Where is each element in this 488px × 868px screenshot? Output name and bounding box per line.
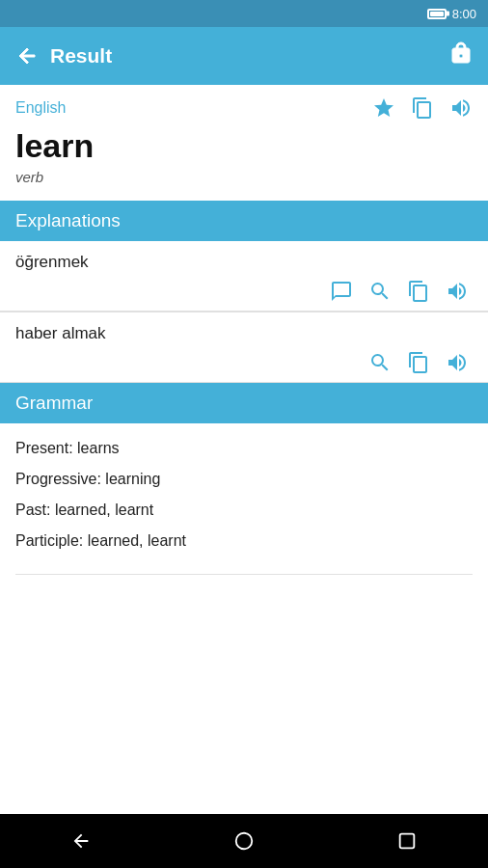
sound-button-2[interactable] (446, 351, 469, 374)
explanation-icons-1 (15, 280, 473, 303)
explanation-icons-2 (15, 351, 473, 374)
page-title: Result (50, 44, 449, 68)
svg-rect-1 (399, 834, 414, 849)
search-button-1[interactable] (368, 280, 392, 303)
back-button[interactable] (15, 44, 39, 68)
search-button-2[interactable] (368, 351, 392, 374)
comment-button-1[interactable] (330, 280, 353, 303)
word-part-of-speech: verb (15, 169, 473, 185)
nav-bar (0, 814, 488, 868)
word-meta-row: English (15, 96, 473, 120)
search-icon-2 (368, 351, 392, 374)
word-action-icons (372, 96, 473, 120)
lock-button[interactable] (449, 41, 473, 70)
status-time: 8:00 (452, 7, 476, 21)
nav-recent-button[interactable] (396, 830, 418, 852)
copy-icon (411, 96, 434, 120)
star-icon (372, 96, 395, 120)
grammar-participle: Participle: learned, learnt (15, 529, 473, 553)
copy-button-2[interactable] (407, 351, 430, 374)
comment-icon (330, 280, 353, 303)
svg-point-0 (236, 833, 253, 850)
back-arrow-icon (15, 44, 39, 68)
copy-icon-1 (407, 280, 430, 303)
status-bar-right: 8:00 (427, 7, 476, 21)
word-text: learn (15, 127, 473, 165)
grammar-past: Past: learned, learnt (15, 499, 473, 522)
copy-button[interactable] (411, 96, 434, 120)
explanation-item-2: haber almak (0, 312, 488, 383)
nav-back-icon (70, 830, 92, 852)
app-bar: Result (0, 27, 488, 85)
copy-icon-2 (407, 351, 430, 374)
copy-button-1[interactable] (407, 280, 430, 303)
explanation-text-2: haber almak (15, 324, 473, 343)
sound-icon (449, 96, 473, 120)
explanation-item-1: öğrenmek (0, 241, 488, 312)
nav-recent-icon (396, 830, 418, 852)
sound-icon-1 (446, 280, 469, 303)
nav-home-icon (233, 830, 255, 852)
grammar-section: Present: learns Progressive: learning Pa… (0, 423, 488, 574)
main-content: English (0, 85, 488, 814)
status-bar: 8:00 (0, 0, 488, 27)
nav-home-button[interactable] (233, 830, 255, 852)
grammar-present: Present: learns (15, 437, 473, 460)
word-section: English (0, 85, 488, 201)
sound-icon-2 (446, 351, 469, 374)
sound-button[interactable] (449, 96, 473, 120)
grammar-progressive: Progressive: learning (15, 468, 473, 491)
explanations-header: Explanations (0, 201, 488, 241)
lock-icon (449, 41, 473, 65)
search-icon-1 (368, 280, 392, 303)
sound-button-1[interactable] (446, 280, 469, 303)
favorite-button[interactable] (372, 96, 395, 120)
grammar-header: Grammar (0, 383, 488, 423)
explanation-text-1: öğrenmek (15, 253, 473, 272)
word-language: English (15, 99, 372, 117)
battery-icon (427, 9, 447, 19)
nav-back-button[interactable] (70, 830, 92, 852)
